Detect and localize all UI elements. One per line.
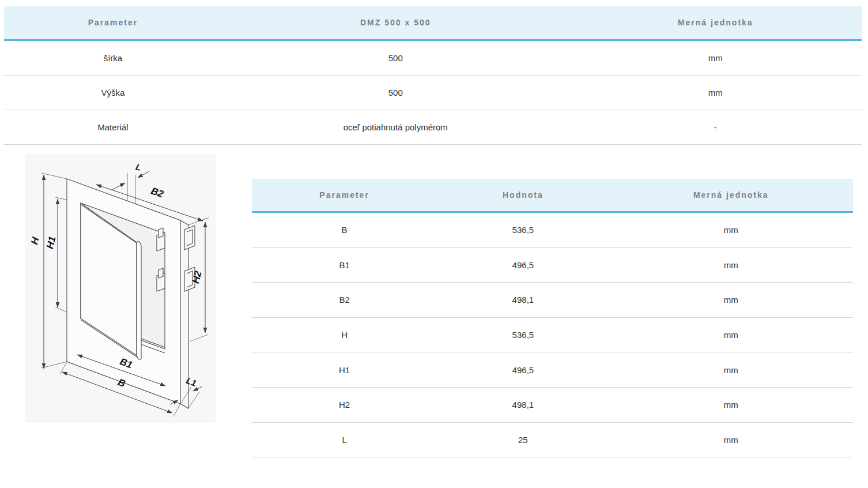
dim-unit: mm [609, 365, 853, 375]
param-name: Výška [4, 88, 222, 97]
column-header-model: DMZ 500 x 500 [222, 18, 569, 27]
dim-unit: mm [609, 225, 853, 235]
dim-label-l: L [135, 162, 142, 172]
access-door-drawing: L B2 H H1 H2 B1 B L1 [25, 154, 216, 423]
table-row: H1 496,5 mm [252, 352, 853, 388]
dim-value: 496,5 [437, 260, 609, 270]
column-header-unit: Merná jednotka [569, 18, 862, 27]
dim-label-h: H [29, 235, 41, 245]
dimensions-table-header-row: Parameter Hodnota Merná jednotka [252, 179, 853, 213]
dim-value: 496,5 [437, 365, 609, 375]
param-unit: mm [569, 88, 862, 97]
dim-label-b2: B2 [149, 185, 165, 200]
table-row: Materiál oceľ potiahnutá polymérom - [4, 110, 862, 145]
param-unit: mm [569, 53, 862, 63]
dim-value: 498,1 [437, 400, 609, 410]
dim-value: 498,1 [437, 295, 609, 305]
dim-unit: mm [609, 400, 853, 410]
table-row: B1 496,5 mm [252, 248, 853, 283]
dim-value: 25 [437, 435, 609, 445]
dim-name: H [252, 330, 437, 340]
dim-unit: mm [609, 260, 853, 270]
dim-name: H2 [252, 400, 437, 410]
product-spec-table: Parameter DMZ 500 x 500 Merná jednotka š… [4, 6, 862, 145]
dim-label-l1: L1 [185, 376, 198, 388]
column-header-value: Hodnota [437, 190, 609, 200]
dim-name: H1 [252, 365, 437, 375]
table-row: H2 498,1 mm [252, 388, 853, 423]
dim-unit: mm [609, 295, 853, 305]
param-name: Materiál [4, 122, 222, 132]
product-spec-page: Parameter DMZ 500 x 500 Merná jednotka š… [0, 0, 868, 488]
table-row: šírka 500 mm [4, 41, 862, 76]
dim-name: B2 [252, 295, 437, 305]
table-row: L 25 mm [252, 423, 853, 458]
table-row: H 536,5 mm [252, 318, 853, 353]
dim-value: 536,5 [437, 225, 609, 235]
dim-value: 536,5 [437, 330, 609, 340]
column-header-unit: Merná jednotka [609, 190, 853, 200]
column-header-parameter: Parameter [4, 18, 222, 27]
param-value: 500 [222, 88, 569, 97]
product-dimensions-diagram: L B2 H H1 H2 B1 B L1 [25, 154, 216, 423]
column-header-parameter: Parameter [252, 190, 437, 200]
dim-name: B [252, 225, 437, 235]
param-value: oceľ potiahnutá polymérom [222, 122, 569, 132]
param-value: 500 [222, 53, 569, 63]
spec-table-header-row: Parameter DMZ 500 x 500 Merná jednotka [4, 6, 862, 41]
dim-unit: mm [609, 435, 853, 445]
table-row: Výška 500 mm [4, 76, 862, 110]
dim-name: B1 [252, 260, 437, 270]
dimensions-table: Parameter Hodnota Merná jednotka B 536,5… [252, 179, 853, 457]
dim-label-h1: H1 [44, 235, 58, 250]
param-unit: - [569, 122, 862, 132]
param-name: šírka [4, 53, 222, 63]
table-row: B 536,5 mm [252, 213, 853, 248]
dim-name: L [252, 435, 437, 445]
dim-unit: mm [609, 330, 853, 340]
table-row: B2 498,1 mm [252, 283, 853, 318]
